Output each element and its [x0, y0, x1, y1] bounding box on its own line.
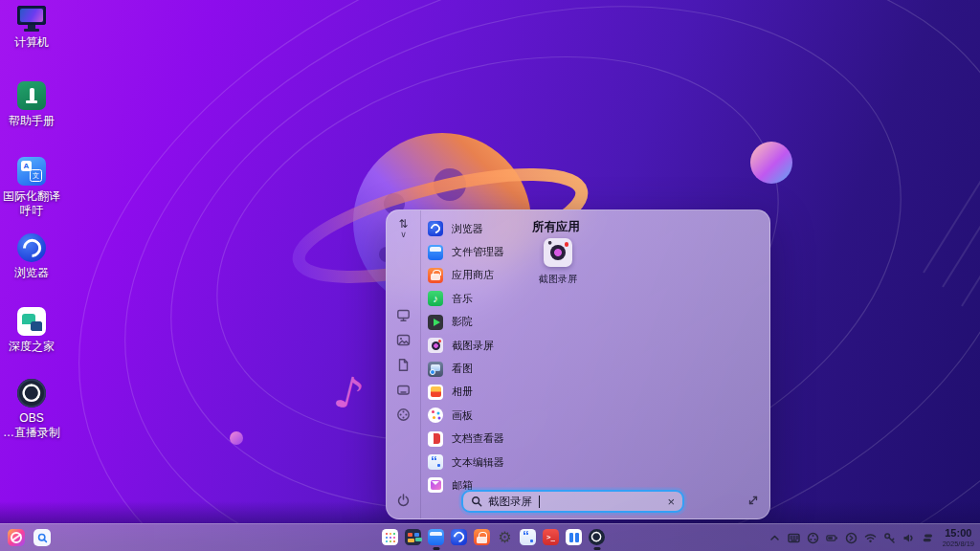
category-screen-icon[interactable] — [396, 383, 411, 397]
taskbar-launcher-button[interactable] — [8, 529, 25, 546]
taskbar-obs-button[interactable] — [589, 529, 605, 545]
category-reel-icon[interactable] — [396, 408, 411, 422]
sort-button[interactable]: ⇅ ∨ — [387, 218, 420, 239]
terminal-prompt-icon: >_ — [546, 533, 555, 541]
desktop-icon-computer[interactable]: 计算机 — [1, 6, 62, 50]
taskbar-app-store-button[interactable] — [474, 529, 490, 545]
keyring-icon[interactable] — [883, 532, 896, 544]
app-row-text-editor[interactable]: 文本编辑器 — [423, 451, 588, 474]
help-manual-icon — [17, 81, 46, 110]
wifi-icon[interactable] — [864, 532, 877, 544]
taskbar-text-editor-button[interactable] — [520, 529, 536, 545]
all-apps-title: 所有应用 — [532, 219, 580, 235]
multitask-view-button[interactable] — [405, 529, 421, 545]
desktop-icon-label: OBS — [19, 411, 43, 426]
movie-app-icon — [428, 315, 443, 330]
input-method-keyboard-icon[interactable] — [788, 532, 800, 544]
translation-icon: A文 — [17, 157, 46, 186]
desktop-icon-browser[interactable]: 浏览器 — [1, 233, 62, 280]
desktop-icon-label: 国际化翻译 — [3, 189, 60, 204]
running-indicator — [593, 547, 600, 549]
desktop-icon-deepin-home[interactable]: 深度之家 — [1, 307, 62, 354]
image-viewer-app-icon — [428, 362, 443, 377]
search-icon — [37, 533, 48, 543]
desktop-icon-label: …直播录制 — [3, 426, 60, 440]
mail-app-icon — [428, 477, 443, 493]
clock[interactable]: 15:00 2025/8/19 — [943, 528, 974, 548]
music-app-icon — [428, 291, 443, 306]
fullscreen-expand-button[interactable] — [746, 494, 760, 511]
tray-expand-chevron-icon[interactable] — [768, 532, 781, 544]
launcher-panel: ⇅ ∨ — [386, 209, 770, 519]
category-graphics-icon[interactable] — [396, 333, 411, 347]
sort-icon: ⇅ — [398, 218, 408, 230]
power-button[interactable] — [396, 493, 411, 511]
app-row-draw[interactable]: 画板 — [423, 404, 588, 427]
computer-icon — [17, 6, 46, 32]
search-value: 截图录屏 — [488, 495, 532, 509]
gear-icon: ⚙ — [498, 528, 511, 546]
search-result-screen-capture[interactable]: 截图录屏 — [526, 238, 590, 286]
category-document-icon[interactable] — [396, 358, 411, 372]
tray-wheel-icon[interactable] — [807, 532, 819, 544]
all-apps-grid-button[interactable] — [382, 529, 398, 545]
app-row-music[interactable]: 音乐 — [423, 287, 588, 310]
app-row-screen-capture[interactable]: 截图录屏 — [423, 334, 588, 357]
clock-time: 15:00 — [945, 528, 971, 539]
desktop-icon-label: 计算机 — [14, 35, 49, 50]
taskbar-file-manager-button[interactable] — [428, 529, 444, 545]
chevron-down-icon: ∨ — [400, 231, 407, 239]
desktop-screen: ♪ 计算机 帮助手册 A文 国际化翻译 呼吁 浏览器 深度之家 O — [0, 0, 980, 551]
draw-app-icon — [428, 408, 443, 423]
file-manager-app-icon — [428, 245, 443, 260]
clock-date: 2025/8/19 — [943, 540, 974, 548]
desktop-icon-obs[interactable]: OBS …直播录制 — [1, 379, 62, 440]
launcher-sidebar: ⇅ ∨ — [387, 210, 421, 518]
taskbar-browser-button[interactable] — [451, 529, 467, 545]
screen-capture-app-icon — [544, 238, 572, 267]
browser-app-icon — [428, 221, 443, 236]
text-caret — [539, 496, 540, 508]
desktop-icon-label: 深度之家 — [9, 340, 55, 354]
desktop-icon-label: 帮助手册 — [9, 114, 55, 128]
taskbar-terminal-button[interactable]: >_ — [543, 529, 559, 545]
browser-icon — [17, 233, 46, 262]
battery-icon[interactable] — [826, 532, 838, 544]
app-store-app-icon — [428, 268, 443, 283]
category-video-icon[interactable] — [396, 308, 411, 322]
app-row-image-viewer[interactable]: 看图 — [423, 357, 588, 380]
desktop-icon-help-manual[interactable]: 帮助手册 — [1, 81, 62, 128]
volume-icon[interactable] — [902, 532, 915, 544]
screen-capture-app-icon — [428, 338, 443, 353]
text-editor-app-icon — [428, 454, 443, 470]
tray-stack-icon[interactable] — [922, 532, 934, 544]
app-row-document-viewer[interactable]: 文档查看器 — [423, 428, 588, 451]
search-icon — [471, 496, 482, 507]
running-indicator — [433, 547, 439, 549]
file-manager-icon — [428, 529, 444, 545]
deepin-home-icon — [17, 307, 46, 336]
clear-search-button[interactable]: × — [667, 496, 675, 508]
desktop-icon-i18n-translation[interactable]: A文 国际化翻译 呼吁 — [1, 157, 62, 218]
app-row-album[interactable]: 相册 — [423, 381, 588, 404]
control-center-button[interactable]: ⚙ — [497, 529, 513, 545]
taskbar: ⚙ >_ — [0, 523, 980, 551]
obs-icon — [17, 379, 46, 408]
desktop-icon-label: 浏览器 — [14, 266, 49, 280]
album-app-icon — [428, 385, 443, 400]
app-row-movie[interactable]: 影院 — [423, 311, 588, 334]
power-mode-icon[interactable] — [845, 532, 858, 544]
grand-search-button[interactable] — [33, 529, 51, 546]
desktop-icon-label: 呼吁 — [20, 204, 43, 218]
search-input[interactable]: 截图录屏 × — [461, 490, 684, 513]
document-viewer-app-icon — [428, 431, 443, 447]
obs-icon — [589, 529, 605, 545]
taskbar-panels-app-button[interactable] — [566, 529, 582, 545]
